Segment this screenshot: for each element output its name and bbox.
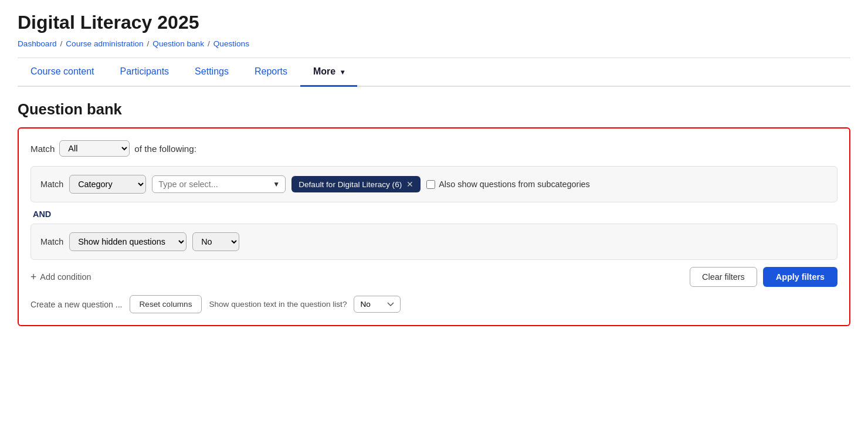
match-label-1: Match — [40, 180, 63, 189]
type-or-select-wrapper: ▼ — [152, 175, 286, 193]
show-question-text-select[interactable]: No Yes — [354, 296, 401, 313]
create-new-question-button[interactable]: Create a new question ... — [30, 300, 123, 309]
tag-label: Default for Digital Literacy (6) — [299, 180, 402, 189]
tab-course-content[interactable]: Course content — [18, 58, 107, 87]
show-hidden-select[interactable]: Show hidden questions Hide hidden questi… — [69, 232, 187, 251]
breadcrumb: Dashboard / Course administration / Ques… — [18, 39, 850, 48]
of-following-label: of the following: — [134, 144, 196, 154]
selected-tag-pill: Default for Digital Literacy (6) ✕ — [291, 176, 421, 192]
clear-filters-button[interactable]: Clear filters — [690, 267, 757, 287]
add-condition-button[interactable]: + Add condition — [30, 271, 91, 283]
tab-reports[interactable]: Reports — [242, 58, 300, 87]
tab-settings[interactable]: Settings — [182, 58, 242, 87]
page-title: Digital Literacy 2025 — [18, 12, 850, 33]
type-or-select-input[interactable] — [152, 175, 286, 193]
chevron-down-icon: ▾ — [341, 68, 344, 76]
nav-tabs: Course content Participants Settings Rep… — [18, 58, 850, 87]
match-label-2: Match — [40, 237, 63, 246]
breadcrumb-question-bank[interactable]: Question bank — [152, 39, 204, 48]
filter-action-buttons: Clear filters Apply filters — [690, 267, 838, 287]
subcategory-label: Also show questions from subcategories — [439, 180, 590, 189]
hidden-questions-filter-row: Match Show hidden questions Hide hidden … — [30, 224, 838, 260]
yes-no-select[interactable]: No Yes — [192, 232, 239, 251]
breadcrumb-dashboard[interactable]: Dashboard — [18, 39, 57, 48]
question-bank-title: Question bank — [18, 101, 850, 118]
breadcrumb-sep-1: / — [60, 39, 63, 48]
breadcrumb-sep-3: / — [208, 39, 210, 48]
breadcrumb-questions[interactable]: Questions — [213, 39, 249, 48]
match-all-row: Match All Any of the following: — [30, 140, 838, 157]
category-type-select[interactable]: Category Tag Question type Status — [69, 175, 146, 194]
tab-more[interactable]: More ▾ — [300, 58, 357, 87]
add-condition-row: + Add condition Clear filters Apply filt… — [30, 267, 838, 287]
and-label: AND — [33, 209, 838, 219]
add-condition-label: Add condition — [40, 272, 91, 282]
bottom-row: Create a new question ... Reset columns … — [30, 295, 838, 313]
match-all-select[interactable]: All Any — [59, 140, 130, 157]
remove-tag-button[interactable]: ✕ — [406, 180, 413, 189]
apply-filters-button[interactable]: Apply filters — [763, 267, 838, 287]
subcategory-check: Also show questions from subcategories — [426, 180, 590, 189]
breadcrumb-sep-2: / — [147, 39, 150, 48]
reset-columns-button[interactable]: Reset columns — [130, 295, 202, 313]
filter-box: Match All Any of the following: Match Ca… — [18, 127, 850, 326]
subcategory-checkbox[interactable] — [426, 180, 435, 189]
tab-participants[interactable]: Participants — [107, 58, 182, 87]
match-all-label: Match — [30, 144, 55, 154]
plus-icon: + — [30, 271, 36, 283]
category-filter-row: Match Category Tag Question type Status … — [30, 166, 838, 202]
show-question-text-label: Show question text in the question list? — [209, 300, 347, 309]
breadcrumb-course-admin[interactable]: Course administration — [66, 39, 143, 48]
